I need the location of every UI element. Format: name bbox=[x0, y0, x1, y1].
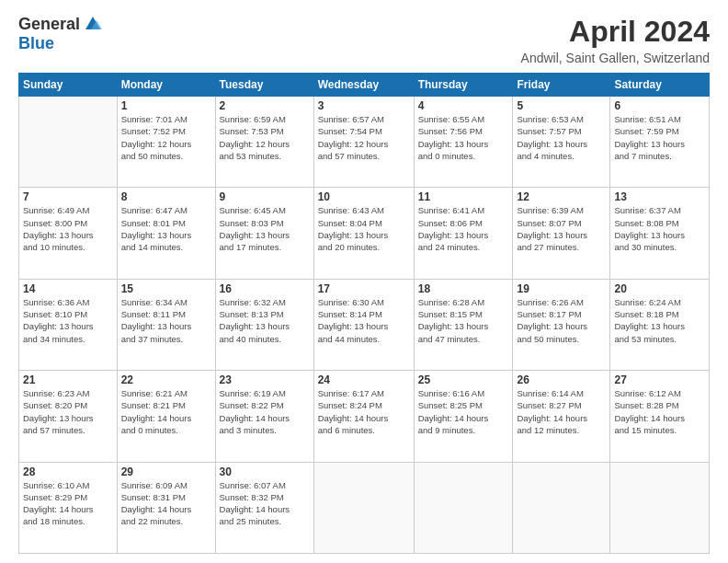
day-number: 24 bbox=[318, 373, 410, 386]
day-number: 21 bbox=[23, 373, 113, 386]
col-monday: Monday bbox=[117, 74, 215, 97]
day-cell bbox=[19, 97, 118, 188]
day-info: Sunrise: 6:12 AMSunset: 8:28 PMDaylight:… bbox=[614, 387, 705, 436]
day-info: Sunrise: 6:30 AMSunset: 8:14 PMDaylight:… bbox=[318, 296, 410, 345]
day-cell: 8Sunrise: 6:47 AMSunset: 8:01 PMDaylight… bbox=[117, 188, 215, 279]
day-number: 11 bbox=[418, 190, 509, 203]
day-number: 29 bbox=[121, 465, 211, 478]
day-cell: 24Sunrise: 6:17 AMSunset: 8:24 PMDayligh… bbox=[313, 371, 414, 462]
day-cell: 2Sunrise: 6:59 AMSunset: 7:53 PMDaylight… bbox=[215, 97, 313, 188]
day-info: Sunrise: 6:57 AMSunset: 7:54 PMDaylight:… bbox=[318, 113, 410, 162]
day-cell: 12Sunrise: 6:39 AMSunset: 8:07 PMDayligh… bbox=[513, 188, 610, 279]
day-cell bbox=[414, 462, 513, 553]
day-info: Sunrise: 6:19 AMSunset: 8:22 PMDaylight:… bbox=[220, 387, 310, 436]
day-info: Sunrise: 6:28 AMSunset: 8:15 PMDaylight:… bbox=[418, 296, 509, 345]
logo-text: General Blue bbox=[18, 15, 104, 53]
day-info: Sunrise: 6:53 AMSunset: 7:57 PMDaylight:… bbox=[517, 113, 606, 162]
col-friday: Friday bbox=[513, 74, 610, 97]
day-number: 6 bbox=[614, 99, 705, 112]
day-info: Sunrise: 6:10 AMSunset: 8:29 PMDaylight:… bbox=[23, 479, 113, 528]
day-info: Sunrise: 6:41 AMSunset: 8:06 PMDaylight:… bbox=[418, 204, 509, 253]
day-number: 26 bbox=[517, 373, 606, 386]
day-cell: 15Sunrise: 6:34 AMSunset: 8:11 PMDayligh… bbox=[117, 279, 215, 370]
week-row-1: 7Sunrise: 6:49 AMSunset: 8:00 PMDaylight… bbox=[19, 188, 710, 279]
day-info: Sunrise: 6:51 AMSunset: 7:59 PMDaylight:… bbox=[614, 113, 705, 162]
day-cell: 10Sunrise: 6:43 AMSunset: 8:04 PMDayligh… bbox=[313, 188, 414, 279]
day-cell: 29Sunrise: 6:09 AMSunset: 8:31 PMDayligh… bbox=[117, 462, 215, 553]
day-number: 9 bbox=[220, 190, 310, 203]
day-number: 5 bbox=[517, 99, 606, 112]
day-cell: 16Sunrise: 6:32 AMSunset: 8:13 PMDayligh… bbox=[215, 279, 313, 370]
day-cell: 25Sunrise: 6:16 AMSunset: 8:25 PMDayligh… bbox=[414, 371, 513, 462]
col-tuesday: Tuesday bbox=[215, 74, 313, 97]
week-row-2: 14Sunrise: 6:36 AMSunset: 8:10 PMDayligh… bbox=[19, 279, 710, 370]
day-info: Sunrise: 6:09 AMSunset: 8:31 PMDaylight:… bbox=[121, 479, 211, 528]
day-number: 12 bbox=[517, 190, 606, 203]
col-thursday: Thursday bbox=[414, 74, 513, 97]
logo-general: General bbox=[18, 16, 80, 34]
day-number: 28 bbox=[23, 465, 113, 478]
day-info: Sunrise: 6:17 AMSunset: 8:24 PMDaylight:… bbox=[318, 387, 410, 436]
day-cell: 17Sunrise: 6:30 AMSunset: 8:14 PMDayligh… bbox=[313, 279, 414, 370]
day-number: 3 bbox=[318, 99, 410, 112]
page: General Blue April 2024 Andwil, Saint Ga… bbox=[0, 0, 728, 563]
day-info: Sunrise: 6:07 AMSunset: 8:32 PMDaylight:… bbox=[220, 479, 310, 528]
day-cell bbox=[610, 462, 710, 553]
day-cell: 5Sunrise: 6:53 AMSunset: 7:57 PMDaylight… bbox=[513, 97, 610, 188]
day-info: Sunrise: 6:32 AMSunset: 8:13 PMDaylight:… bbox=[220, 296, 310, 345]
day-cell: 9Sunrise: 6:45 AMSunset: 8:03 PMDaylight… bbox=[215, 188, 313, 279]
day-number: 22 bbox=[121, 373, 211, 386]
day-cell: 13Sunrise: 6:37 AMSunset: 8:08 PMDayligh… bbox=[610, 188, 710, 279]
day-cell: 20Sunrise: 6:24 AMSunset: 8:18 PMDayligh… bbox=[610, 279, 710, 370]
day-info: Sunrise: 7:01 AMSunset: 7:52 PMDaylight:… bbox=[121, 113, 211, 162]
week-row-0: 1Sunrise: 7:01 AMSunset: 7:52 PMDaylight… bbox=[19, 97, 710, 188]
day-cell: 14Sunrise: 6:36 AMSunset: 8:10 PMDayligh… bbox=[19, 279, 118, 370]
header-row: Sunday Monday Tuesday Wednesday Thursday… bbox=[19, 74, 710, 97]
day-info: Sunrise: 6:34 AMSunset: 8:11 PMDaylight:… bbox=[121, 296, 211, 345]
day-number: 27 bbox=[614, 373, 705, 386]
col-saturday: Saturday bbox=[610, 74, 710, 97]
day-info: Sunrise: 6:23 AMSunset: 8:20 PMDaylight:… bbox=[23, 387, 113, 436]
day-number: 23 bbox=[220, 373, 310, 386]
day-number: 8 bbox=[121, 190, 211, 203]
day-info: Sunrise: 6:47 AMSunset: 8:01 PMDaylight:… bbox=[121, 204, 211, 253]
logo-icon bbox=[82, 13, 104, 35]
day-info: Sunrise: 6:59 AMSunset: 7:53 PMDaylight:… bbox=[220, 113, 310, 162]
day-cell: 4Sunrise: 6:55 AMSunset: 7:56 PMDaylight… bbox=[414, 97, 513, 188]
day-info: Sunrise: 6:36 AMSunset: 8:10 PMDaylight:… bbox=[23, 296, 113, 345]
day-number: 4 bbox=[418, 99, 509, 112]
calendar-table: Sunday Monday Tuesday Wednesday Thursday… bbox=[18, 73, 710, 554]
col-sunday: Sunday bbox=[19, 74, 118, 97]
day-info: Sunrise: 6:55 AMSunset: 7:56 PMDaylight:… bbox=[418, 113, 509, 162]
location: Andwil, Saint Gallen, Switzerland bbox=[521, 51, 710, 65]
day-number: 15 bbox=[121, 282, 211, 295]
week-row-4: 28Sunrise: 6:10 AMSunset: 8:29 PMDayligh… bbox=[19, 462, 710, 553]
day-number: 17 bbox=[318, 282, 410, 295]
col-wednesday: Wednesday bbox=[313, 74, 414, 97]
week-row-3: 21Sunrise: 6:23 AMSunset: 8:20 PMDayligh… bbox=[19, 371, 710, 462]
day-cell: 11Sunrise: 6:41 AMSunset: 8:06 PMDayligh… bbox=[414, 188, 513, 279]
day-number: 16 bbox=[220, 282, 310, 295]
day-number: 1 bbox=[121, 99, 211, 112]
title-section: April 2024 Andwil, Saint Gallen, Switzer… bbox=[521, 15, 710, 65]
calendar: Sunday Monday Tuesday Wednesday Thursday… bbox=[18, 73, 710, 554]
header: General Blue April 2024 Andwil, Saint Ga… bbox=[18, 15, 710, 65]
day-cell: 18Sunrise: 6:28 AMSunset: 8:15 PMDayligh… bbox=[414, 279, 513, 370]
day-cell: 23Sunrise: 6:19 AMSunset: 8:22 PMDayligh… bbox=[215, 371, 313, 462]
day-info: Sunrise: 6:43 AMSunset: 8:04 PMDaylight:… bbox=[318, 204, 410, 253]
day-info: Sunrise: 6:21 AMSunset: 8:21 PMDaylight:… bbox=[121, 387, 211, 436]
day-number: 14 bbox=[23, 282, 113, 295]
day-number: 30 bbox=[220, 465, 310, 478]
month-title: April 2024 bbox=[521, 15, 710, 49]
day-cell: 26Sunrise: 6:14 AMSunset: 8:27 PMDayligh… bbox=[513, 371, 610, 462]
day-info: Sunrise: 6:26 AMSunset: 8:17 PMDaylight:… bbox=[517, 296, 606, 345]
day-cell: 30Sunrise: 6:07 AMSunset: 8:32 PMDayligh… bbox=[215, 462, 313, 553]
day-cell: 1Sunrise: 7:01 AMSunset: 7:52 PMDaylight… bbox=[117, 97, 215, 188]
day-info: Sunrise: 6:39 AMSunset: 8:07 PMDaylight:… bbox=[517, 204, 606, 253]
day-cell: 27Sunrise: 6:12 AMSunset: 8:28 PMDayligh… bbox=[610, 371, 710, 462]
day-cell: 19Sunrise: 6:26 AMSunset: 8:17 PMDayligh… bbox=[513, 279, 610, 370]
day-number: 25 bbox=[418, 373, 509, 386]
day-number: 18 bbox=[418, 282, 509, 295]
day-info: Sunrise: 6:45 AMSunset: 8:03 PMDaylight:… bbox=[220, 204, 310, 253]
day-number: 7 bbox=[23, 190, 113, 203]
